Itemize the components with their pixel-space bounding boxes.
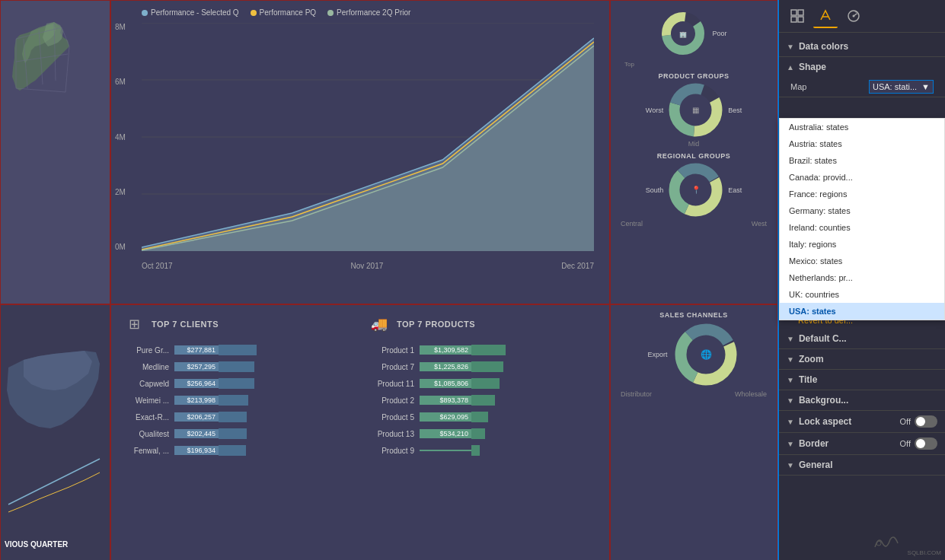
product-bar: $893,378	[417, 392, 598, 409]
lock-aspect-toggle[interactable]: Off	[900, 415, 937, 428]
product-row-6: Product 9	[368, 442, 598, 459]
top7-products-block: 🚚 TOP 7 PRODUCTS Product 1 $1,309,582 Pr…	[368, 313, 598, 556]
products-title: TOP 7 PRODUCTS	[397, 320, 475, 329]
svg-point-40	[853, 15, 855, 18]
map-dropdown-trigger[interactable]: USA: stati... ▼	[869, 80, 934, 94]
shape-section: ▲ Shape Map USA: stati... ▼ Australia: s…	[779, 57, 945, 97]
legend-dot-2	[251, 10, 257, 16]
regional-groups-svg: 📍	[667, 161, 724, 218]
data-colors-header[interactable]: ▼ Data colors	[779, 37, 945, 56]
sc-export-label: Export	[647, 351, 667, 358]
client-row-1: Medline $257,295	[123, 358, 353, 375]
clients-title: TOP 7 CLIENTS	[152, 320, 219, 329]
border-label: Border	[799, 438, 828, 449]
dropdown-item-11[interactable]: USA: states	[780, 303, 944, 320]
background-header[interactable]: ▼ Backgrou...	[779, 390, 945, 410]
map-dropdown-arrow: ▼	[921, 82, 930, 91]
clients-table: Pure Gr... $277,881 Medline $257,295 Cap…	[123, 342, 353, 459]
lock-aspect-section: ▼ Lock aspect Off	[779, 411, 945, 433]
dropdown-item-9[interactable]: Netherlands: pr...	[780, 269, 944, 286]
default-c-label: Default C...	[799, 333, 847, 344]
client-bar: $256,964	[172, 375, 353, 392]
regional-groups-title: REGIONAL GROUPS	[657, 152, 730, 160]
product-bar: $629,095	[417, 409, 598, 425]
lock-aspect-value: Off	[900, 417, 911, 426]
y-axis-labels: 8M 6M 4M 2M 0M	[115, 23, 126, 251]
client-name: Capweld	[123, 375, 172, 392]
dropdown-item-4[interactable]: France: regions	[780, 186, 944, 202]
dropdown-item-0[interactable]: Australia: states	[780, 119, 944, 135]
client-bar: $213,998	[172, 392, 353, 409]
product-bar: $1,309,582	[417, 342, 598, 358]
border-header: ▼ Border Off	[779, 433, 945, 454]
border-section: ▼ Border Off	[779, 433, 945, 455]
toolbar-grid-btn[interactable]	[785, 4, 809, 28]
lock-aspect-header: ▼ Lock aspect Off	[779, 411, 945, 432]
title-section: ▼ Title	[779, 370, 945, 390]
pg-worst-label: Worst	[646, 107, 663, 114]
dropdown-item-8[interactable]: Mexico: states	[780, 253, 944, 269]
lock-aspect-label: Lock aspect	[799, 416, 851, 427]
svg-point-41	[876, 541, 881, 546]
donut-top-group: 🏢 Poor	[660, 11, 726, 56]
dropdown-item-10[interactable]: UK: countries	[780, 286, 944, 303]
product-name: Product 2	[368, 392, 417, 409]
rg-central-label: Central	[621, 220, 643, 228]
svg-rect-36	[798, 17, 803, 22]
mini-map-svg	[1, 305, 110, 560]
right-panel: ▼ Data colors ▲ Shape Map USA: stati... …	[777, 0, 945, 560]
default-c-header[interactable]: ▼ Default C...	[779, 329, 945, 348]
chart-area: 8M 6M 4M 2M 0M	[142, 23, 594, 251]
legend-item-3: Performance 2Q Prior	[327, 8, 410, 17]
client-row-6: Fenwal, ... $196,934	[123, 442, 353, 459]
product-row-0: Product 1 $1,309,582	[368, 342, 598, 358]
border-toggle[interactable]: Off	[900, 438, 937, 450]
sales-channels-section: SALES CHANNELS Export 🌐 Distributor Whol…	[610, 304, 777, 560]
product-name: Product 9	[368, 442, 417, 459]
us-map-svg	[1, 1, 110, 304]
dropdown-item-7[interactable]: Italy: regions	[780, 236, 944, 253]
dropdown-item-5[interactable]: Germany: states	[780, 202, 944, 219]
client-name: Pure Gr...	[123, 342, 172, 358]
client-row-0: Pure Gr... $277,881	[123, 342, 353, 358]
dropdown-item-6[interactable]: Ireland: counties	[780, 219, 944, 236]
zoom-header[interactable]: ▼ Zoom	[779, 349, 945, 369]
y-label-6m: 6M	[115, 78, 126, 86]
rg-south-label: South	[646, 186, 664, 194]
zoom-label: Zoom	[799, 354, 824, 364]
dropdown-item-2[interactable]: Brazil: states	[780, 152, 944, 169]
general-header[interactable]: ▼ General	[779, 455, 945, 475]
client-row-4: Exact-R... $206,257	[123, 409, 353, 425]
toolbar-format-btn[interactable]	[813, 4, 838, 28]
border-switch[interactable]	[915, 438, 937, 450]
title-label: Title	[799, 374, 817, 385]
general-label: General	[799, 460, 833, 470]
quarter-label: VIOUS QUARTER	[5, 540, 68, 549]
dropdown-item-1[interactable]: Austria: states	[780, 135, 944, 152]
border-value: Off	[900, 439, 911, 448]
lock-aspect-switch[interactable]	[915, 415, 937, 428]
products-table: Product 1 $1,309,582 Product 7 $1,225,82…	[368, 342, 598, 459]
client-bar: $277,881	[172, 342, 353, 358]
panel-content: ▼ Data colors ▲ Shape Map USA: stati... …	[779, 33, 945, 560]
map-dropdown[interactable]: Australia: statesAustria: statesBrazil: …	[779, 118, 945, 320]
client-row-3: Weimei ... $213,998	[123, 392, 353, 409]
sc-distributor-label: Distributor	[621, 390, 652, 398]
legend-dot-1	[142, 10, 148, 16]
map-value: USA: stati...	[873, 82, 917, 91]
product-bar	[417, 442, 598, 459]
sales-channels-svg: 🌐	[672, 320, 740, 389]
toolbar-analytics-btn[interactable]	[841, 4, 866, 28]
y-label-4m: 4M	[115, 133, 126, 142]
svg-text:🌐: 🌐	[700, 348, 711, 360]
client-name: Weimei ...	[123, 392, 172, 409]
client-row-2: Capweld $256,964	[123, 375, 353, 392]
sales-channels-title: SALES CHANNELS	[659, 311, 728, 319]
dropdown-item-3[interactable]: Canada: provid...	[780, 169, 944, 186]
title-header[interactable]: ▼ Title	[779, 370, 945, 390]
rg-west-label: West	[752, 220, 767, 228]
data-colors-label: Data colors	[799, 41, 848, 52]
y-label-8m: 8M	[115, 23, 126, 31]
shape-header[interactable]: ▲ Shape	[779, 57, 945, 77]
map-section	[0, 0, 110, 304]
